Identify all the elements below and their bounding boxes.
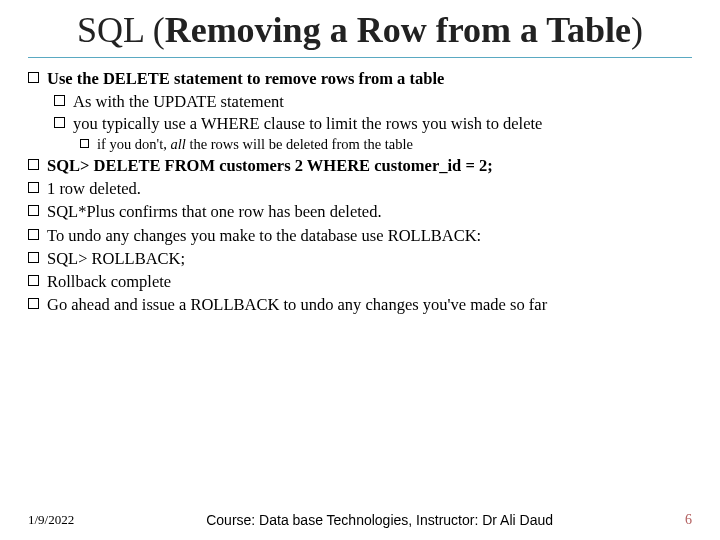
list-item: SQL*Plus confirms that one row has been … xyxy=(28,201,692,222)
bullet-text: if you don't, all the rows will be delet… xyxy=(97,135,692,154)
title-prefix: SQL ( xyxy=(77,10,165,50)
footer-course: Course: Data base Technologies, Instruct… xyxy=(206,512,553,528)
list-item: you typically use a WHERE clause to limi… xyxy=(54,113,692,134)
bullet-text: SQL> DELETE FROM customers 2 WHERE custo… xyxy=(47,155,692,176)
list-item: As with the UPDATE statement xyxy=(54,91,692,112)
square-bullet-icon xyxy=(28,72,39,83)
list-item: 1 row deleted. xyxy=(28,178,692,199)
bullet-text: SQL*Plus confirms that one row has been … xyxy=(47,201,692,222)
square-bullet-icon xyxy=(28,182,39,193)
list-item: SQL> ROLLBACK; xyxy=(28,248,692,269)
square-bullet-icon xyxy=(28,229,39,240)
bullet-text: Rollback complete xyxy=(47,271,692,292)
bullet-text: you typically use a WHERE clause to limi… xyxy=(73,113,692,134)
square-bullet-icon xyxy=(28,298,39,309)
list-item: Go ahead and issue a ROLLBACK to undo an… xyxy=(28,294,692,315)
list-item: SQL> DELETE FROM customers 2 WHERE custo… xyxy=(28,155,692,176)
slide-content: Use the DELETE statement to remove rows … xyxy=(28,68,692,315)
square-bullet-icon xyxy=(28,159,39,170)
list-item: if you don't, all the rows will be delet… xyxy=(80,135,692,154)
text-part: the rows will be deleted from the table xyxy=(186,136,413,152)
square-bullet-icon xyxy=(80,139,89,148)
footer-page-number: 6 xyxy=(685,512,692,528)
footer-date: 1/9/2022 xyxy=(28,512,74,528)
square-bullet-icon xyxy=(28,205,39,216)
bullet-text: SQL> ROLLBACK; xyxy=(47,248,692,269)
slide-title: SQL (Removing a Row from a Table) xyxy=(28,10,692,58)
square-bullet-icon xyxy=(54,95,65,106)
bullet-text: Go ahead and issue a ROLLBACK to undo an… xyxy=(47,294,692,315)
text-part: if you don't, xyxy=(97,136,171,152)
bullet-text: To undo any changes you make to the data… xyxy=(47,225,692,246)
bullet-text: 1 row deleted. xyxy=(47,178,692,199)
list-item: Use the DELETE statement to remove rows … xyxy=(28,68,692,89)
square-bullet-icon xyxy=(28,252,39,263)
bullet-text: As with the UPDATE statement xyxy=(73,91,692,112)
list-item: To undo any changes you make to the data… xyxy=(28,225,692,246)
slide-footer: 1/9/2022 Course: Data base Technologies,… xyxy=(0,512,720,528)
title-bold: Removing a Row from a Table xyxy=(165,10,631,50)
square-bullet-icon xyxy=(28,275,39,286)
square-bullet-icon xyxy=(54,117,65,128)
bullet-text: Use the DELETE statement to remove rows … xyxy=(47,68,692,89)
title-suffix: ) xyxy=(631,10,643,50)
text-italic: all xyxy=(171,136,186,152)
list-item: Rollback complete xyxy=(28,271,692,292)
